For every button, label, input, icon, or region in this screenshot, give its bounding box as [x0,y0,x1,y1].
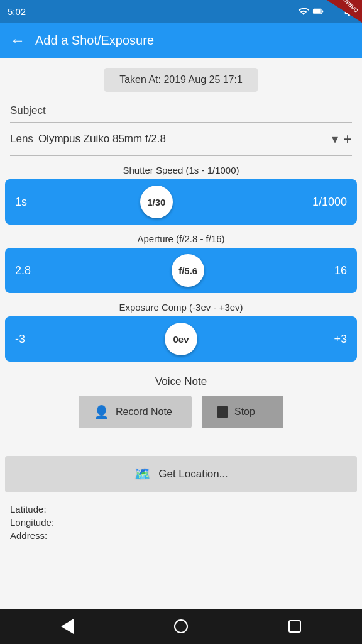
toolbar: ← Add a Shot/Exposure [0,23,362,58]
taken-at-section: Taken At: 2019 Aug 25 17:1 [0,58,362,97]
page-title: Add a Shot/Exposure [35,33,154,48]
svg-rect-1 [314,9,321,13]
exposure-comp-title: Exposure Comp (-3ev - +3ev) [0,298,362,316]
geo-fields: Latitude: Longitude: Address: [0,497,362,547]
lens-dropdown-icon[interactable]: ▾ [332,131,338,147]
nav-home-button[interactable] [168,614,194,639]
aperture-max: 16 [309,264,347,277]
address-label: Address: [10,529,352,542]
nav-home-icon [174,619,188,633]
bottom-nav [0,609,362,644]
get-location-label: Get Location... [158,468,228,480]
nav-back-icon [61,619,74,634]
subject-label: Subject [10,104,352,119]
aperture-min: 2.8 [15,264,40,277]
longitude-label: Longitude: [10,516,352,529]
voice-note-section: Voice Note 👤 Record Note Stop [0,367,362,441]
voice-note-title: Voice Note [10,372,352,396]
nav-recents-button[interactable] [282,614,307,639]
exposure-comp-thumb[interactable]: 0ev [165,323,197,355]
lens-value: Olympus Zuiko 85mm f/2.8 [38,133,327,145]
wifi-icon [298,6,309,17]
voice-buttons-container: 👤 Record Note Stop [10,396,352,438]
nav-recents-icon [288,620,301,633]
taken-at-value: Taken At: 2019 Aug 25 17:1 [104,68,258,92]
exposure-comp-min: -3 [15,333,40,346]
shutter-speed-slider[interactable]: 1s 1/30 1/1000 [5,179,357,225]
shutter-speed-min: 1s [15,196,40,209]
aperture-title: Aperture (f/2.8 - f/16) [0,230,362,248]
shutter-speed-section: Shutter Speed (1s - 1/1000) 1s 1/30 1/10… [0,161,362,225]
record-note-button[interactable]: 👤 Record Note [79,396,192,428]
lens-add-button[interactable]: + [343,130,352,148]
spacer [0,441,362,451]
exposure-comp-section: Exposure Comp (-3ev - +3ev) -3 0ev +3 [0,298,362,362]
shutter-speed-title: Shutter Speed (1s - 1/1000) [0,161,362,179]
back-button[interactable]: ← [10,31,25,49]
svg-rect-2 [322,11,323,13]
latitude-label: Latitude: [10,502,352,516]
aperture-section: Aperture (f/2.8 - f/16) 2.8 f/5.6 16 [0,230,362,293]
status-time: 5:02 [8,6,26,17]
record-person-icon: 👤 [94,404,109,419]
lens-row: Lens Olympus Zuiko 85mm f/2.8 ▾ + [0,123,362,155]
record-note-label: Record Note [116,406,172,418]
aperture-slider[interactable]: 2.8 f/5.6 16 [5,248,357,293]
aperture-thumb[interactable]: f/5.6 [172,254,204,287]
location-icon: 🗺️ [134,466,151,482]
stop-label: Stop [234,406,255,418]
exposure-comp-slider[interactable]: -3 0ev +3 [5,316,357,362]
subject-section: Subject [0,97,362,122]
lens-label: Lens [10,133,33,145]
shutter-speed-max: 1/1000 [309,196,347,209]
stop-button[interactable]: Stop [202,396,283,428]
location-section: 🗺️ Get Location... [0,451,362,497]
battery-icon [312,6,324,17]
get-location-button[interactable]: 🗺️ Get Location... [5,456,357,492]
exposure-comp-max: +3 [309,333,347,346]
stop-icon [217,406,228,418]
main-content: Taken At: 2019 Aug 25 17:1 Subject Lens … [0,58,362,609]
shutter-speed-thumb[interactable]: 1/30 [140,186,173,218]
status-bar: 5:02 DEBUG [0,0,362,23]
nav-back-button[interactable] [55,614,80,639]
lens-divider [10,155,352,156]
